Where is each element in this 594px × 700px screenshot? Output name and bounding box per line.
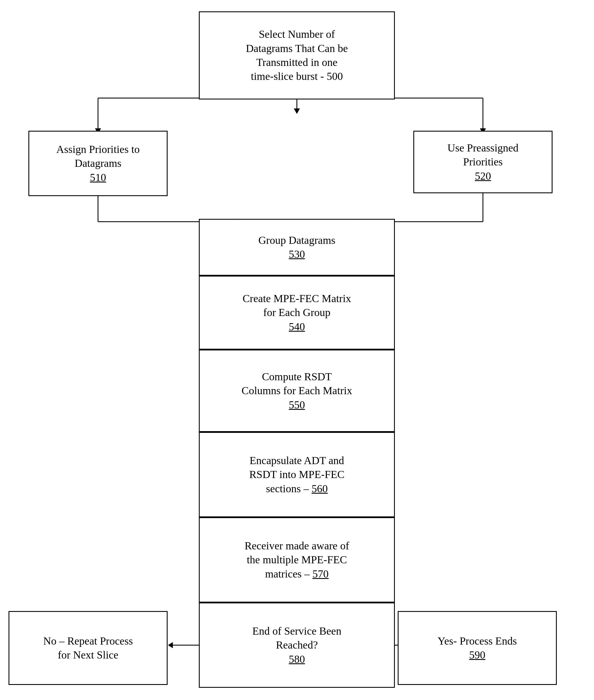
preassigned-box: Use Preassigned Priorities 520 [413,131,553,193]
yes-process-box: Yes- Process Ends 590 [398,611,557,685]
encapsulate-box: Encapsulate ADT and RSDT into MPE-FEC se… [199,432,395,517]
end-service-box: End of Service Been Reached? 580 [199,603,395,688]
assign-box: Assign Priorities to Datagrams 510 [28,131,168,196]
select-label: Select Number of Datagrams That Can be T… [246,27,348,84]
encapsulate-label: Encapsulate ADT and RSDT into MPE-FEC se… [249,454,344,496]
preassigned-label: Use Preassigned Priorities 520 [448,141,519,183]
end-service-label: End of Service Been Reached? 580 [252,624,341,666]
no-repeat-label: No – Repeat Process for Next Slice [43,634,133,662]
select-box: Select Number of Datagrams That Can be T… [199,11,395,99]
svg-marker-25 [168,642,173,648]
group-box: Group Datagrams 530 [199,219,395,276]
yes-process-label: Yes- Process Ends 590 [437,634,517,662]
create-box: Create MPE-FEC Matrix for Each Group 540 [199,276,395,350]
flowchart: Select Number of Datagrams That Can be T… [0,0,594,700]
svg-marker-1 [294,108,300,114]
receiver-box: Receiver made aware of the multiple MPE-… [199,517,395,603]
assign-label: Assign Priorities to Datagrams 510 [56,142,139,185]
compute-box: Compute RSDT Columns for Each Matrix 550 [199,350,395,432]
create-label: Create MPE-FEC Matrix for Each Group 540 [242,292,351,333]
receiver-label: Receiver made aware of the multiple MPE-… [244,539,349,581]
compute-label: Compute RSDT Columns for Each Matrix 550 [241,370,352,412]
group-label: Group Datagrams 530 [258,233,335,261]
no-repeat-box: No – Repeat Process for Next Slice [8,611,168,685]
